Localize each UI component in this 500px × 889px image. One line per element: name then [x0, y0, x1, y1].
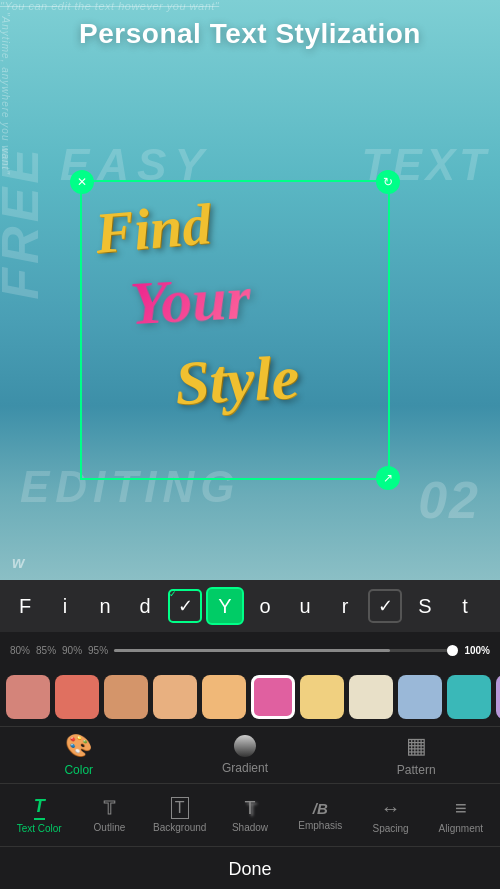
alignment-icon: ≡ [455, 797, 467, 820]
char-y[interactable]: y [486, 587, 500, 625]
zoom-fill [114, 649, 389, 652]
done-button[interactable]: Done [228, 859, 271, 880]
background-icon: T [171, 797, 189, 819]
swatch-7[interactable] [300, 675, 344, 719]
canvas-area: Personal Text Stylization FREE EASY TEXT… [0, 0, 500, 580]
done-row: Done [0, 846, 500, 889]
bg-text-number: 02 [418, 470, 480, 530]
emphasis-label: Emphasis [298, 820, 342, 831]
char-t[interactable]: t [446, 587, 484, 625]
handle-rotate[interactable]: ↻ [376, 170, 400, 194]
emphasis-icon: /B [313, 800, 328, 817]
action-spacing[interactable]: ↔ Spacing [363, 797, 419, 834]
swatch-11[interactable] [496, 675, 500, 719]
bottom-panel: F i n d ✓ Y o u r ✓ S t y l 80% 85% 90% … [0, 580, 500, 889]
zoom-label-85: 85% [36, 645, 56, 656]
outline-icon: T [104, 798, 115, 819]
text-style[interactable]: Style [173, 342, 301, 419]
text-color-icon: T [34, 796, 45, 820]
char-S[interactable]: S [406, 587, 444, 625]
spacing-icon: ↔ [381, 797, 401, 820]
swatch-5[interactable] [202, 675, 246, 719]
text-your[interactable]: Your [128, 262, 252, 339]
tab-pattern[interactable]: ▦ Pattern [397, 733, 436, 777]
action-text-color[interactable]: T Text Color [11, 796, 67, 834]
watermark: w [12, 554, 24, 572]
bg-text-free: FREE [0, 145, 50, 300]
char-Y[interactable]: Y [206, 587, 244, 625]
action-outline[interactable]: T Outline [81, 798, 137, 833]
char-row: F i n d ✓ Y o u r ✓ S t y l [0, 580, 500, 632]
shadow-icon: T [244, 798, 255, 819]
bg-text-quote: "You can edit the text however you want" [0, 0, 500, 12]
zoom-label-95: 95% [88, 645, 108, 656]
pattern-icon: ▦ [406, 733, 427, 759]
swatch-3[interactable] [104, 675, 148, 719]
text-color-label: Text Color [17, 823, 62, 834]
action-emphasis[interactable]: /B Emphasis [292, 800, 348, 831]
char-checkbox-1[interactable]: ✓ [166, 587, 204, 625]
shadow-label: Shadow [232, 822, 268, 833]
action-alignment[interactable]: ≡ Alignment [433, 797, 489, 834]
handle-resize[interactable]: ↗ [376, 466, 400, 490]
canvas-title: Personal Text Stylization [0, 18, 500, 50]
action-background[interactable]: T Background [152, 797, 208, 833]
swatch-8[interactable] [349, 675, 393, 719]
char-u[interactable]: u [286, 587, 324, 625]
color-icon: 🎨 [65, 733, 92, 759]
char-i[interactable]: i [46, 587, 84, 625]
swatch-2[interactable] [55, 675, 99, 719]
tab-color[interactable]: 🎨 Color [64, 733, 93, 777]
action-bar: T Text Color T Outline T Background T Sh… [0, 784, 500, 846]
zoom-label-90: 90% [62, 645, 82, 656]
char-r[interactable]: r [326, 587, 364, 625]
outline-label: Outline [94, 822, 126, 833]
background-label: Background [153, 822, 206, 833]
spacing-label: Spacing [372, 823, 408, 834]
text-find[interactable]: Find [92, 190, 213, 267]
check-box-2[interactable]: ✓ [368, 589, 402, 623]
color-swatches [0, 668, 500, 726]
alignment-label: Alignment [439, 823, 483, 834]
char-d[interactable]: d [126, 587, 164, 625]
tab-pattern-label: Pattern [397, 763, 436, 777]
handle-close[interactable]: ✕ [70, 170, 94, 194]
tab-gradient[interactable]: Gradient [222, 735, 268, 775]
zoom-row: 80% 85% 90% 95% 100% [0, 632, 500, 668]
tab-color-label: Color [64, 763, 93, 777]
char-n[interactable]: n [86, 587, 124, 625]
char-checkbox-2[interactable]: ✓ [366, 587, 404, 625]
char-F[interactable]: F [6, 587, 44, 625]
char-o[interactable]: o [246, 587, 284, 625]
zoom-track[interactable] [114, 649, 458, 652]
zoom-current: 100% [464, 645, 490, 656]
swatch-4[interactable] [153, 675, 197, 719]
check-box-1[interactable]: ✓ [168, 589, 202, 623]
swatch-6[interactable] [251, 675, 295, 719]
swatch-10[interactable] [447, 675, 491, 719]
swatch-9[interactable] [398, 675, 442, 719]
swatch-1[interactable] [6, 675, 50, 719]
zoom-thumb[interactable] [447, 645, 458, 656]
tool-tabs: 🎨 Color Gradient ▦ Pattern [0, 726, 500, 784]
gradient-icon [234, 735, 256, 757]
tab-gradient-label: Gradient [222, 761, 268, 775]
zoom-label-80: 80% [10, 645, 30, 656]
action-shadow[interactable]: T Shadow [222, 798, 278, 833]
